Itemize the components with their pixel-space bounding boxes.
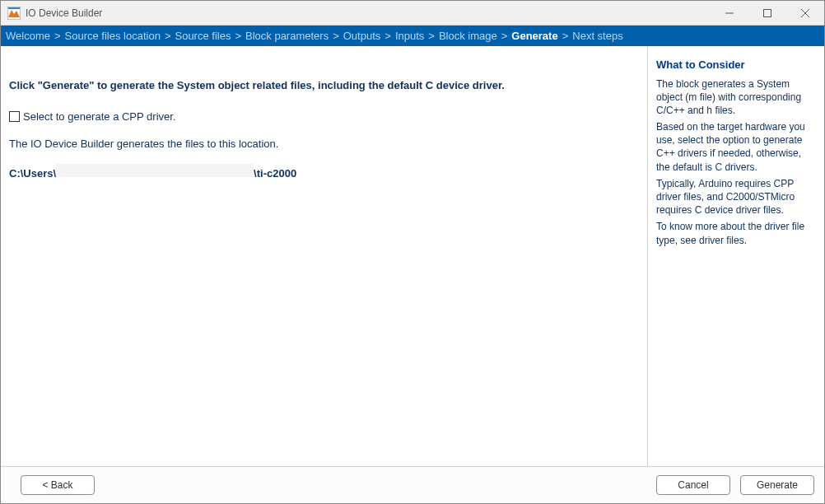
breadcrumb-step-next-steps[interactable]: Next steps bbox=[571, 30, 624, 42]
output-path-prefix: C:\Users\ bbox=[9, 166, 56, 182]
output-path: C:\Users\ \ti-c2000 bbox=[9, 164, 639, 182]
breadcrumb-separator: > bbox=[426, 30, 437, 42]
help-sidebar-paragraph: To know more about the driver file type,… bbox=[656, 220, 816, 246]
breadcrumb-step-generate: Generate bbox=[510, 30, 559, 42]
breadcrumb-step-block-image[interactable]: Block image bbox=[437, 30, 499, 42]
window-close-button[interactable] bbox=[786, 1, 824, 26]
window-title: IO Device Builder bbox=[26, 7, 102, 19]
svg-rect-1 bbox=[8, 7, 20, 9]
output-path-suffix: \ti-c2000 bbox=[254, 166, 296, 182]
window-maximize-button[interactable] bbox=[748, 1, 786, 26]
breadcrumb-step-outputs[interactable]: Outputs bbox=[342, 30, 383, 42]
help-sidebar-paragraph: The block generates a System object (m f… bbox=[656, 77, 816, 118]
help-sidebar-paragraph: Based on the target hardware you use, se… bbox=[656, 120, 816, 174]
breadcrumb-separator: > bbox=[330, 30, 342, 42]
breadcrumb-separator: > bbox=[232, 30, 244, 42]
wizard-footer: Back Cancel Generate bbox=[1, 466, 824, 503]
breadcrumb: Welcome>Source files location>Source fil… bbox=[1, 26, 824, 46]
page-headline: Click "Generate" to generate the System … bbox=[9, 77, 639, 94]
breadcrumb-separator: > bbox=[382, 30, 394, 42]
breadcrumb-separator: > bbox=[560, 30, 571, 42]
svg-rect-3 bbox=[764, 9, 771, 16]
breadcrumb-step-block-parameters[interactable]: Block parameters bbox=[244, 30, 330, 42]
breadcrumb-step-welcome[interactable]: Welcome bbox=[4, 30, 52, 42]
help-sidebar-paragraph: Typically, Arduino requires CPP driver f… bbox=[656, 177, 816, 217]
help-sidebar-heading: What to Consider bbox=[656, 58, 816, 72]
breadcrumb-step-source-files-location[interactable]: Source files location bbox=[63, 30, 162, 42]
main-pane: Click "Generate" to generate the System … bbox=[1, 46, 647, 466]
back-button[interactable]: Back bbox=[21, 475, 95, 495]
breadcrumb-step-source-files[interactable]: Source files bbox=[173, 30, 232, 42]
output-path-redacted bbox=[56, 164, 254, 177]
breadcrumb-separator: > bbox=[499, 30, 510, 42]
help-sidebar: What to Consider The block generates a S… bbox=[647, 46, 824, 466]
generate-button[interactable]: Generate bbox=[740, 475, 814, 495]
breadcrumb-step-inputs[interactable]: Inputs bbox=[394, 30, 426, 42]
breadcrumb-separator: > bbox=[52, 30, 63, 42]
cancel-button[interactable]: Cancel bbox=[656, 475, 730, 495]
location-description: The IO Device Builder generates the file… bbox=[9, 136, 639, 152]
cpp-driver-checkbox-label: Select to generate a CPP driver. bbox=[23, 109, 175, 125]
cpp-driver-checkbox[interactable] bbox=[9, 111, 20, 122]
window-minimize-button[interactable] bbox=[711, 1, 748, 26]
window-titlebar: IO Device Builder bbox=[1, 1, 824, 26]
breadcrumb-separator: > bbox=[162, 30, 174, 42]
app-icon bbox=[7, 7, 21, 20]
